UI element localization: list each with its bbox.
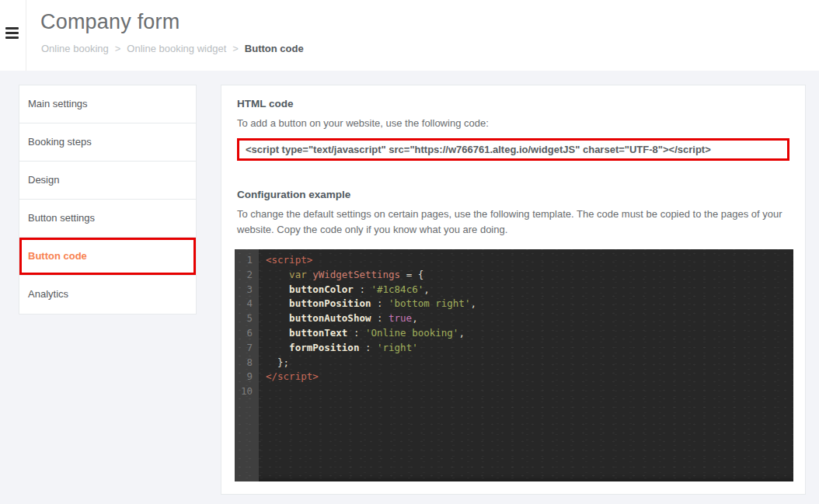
code-token: , — [412, 312, 418, 324]
breadcrumb-separator: > — [115, 43, 121, 54]
code-editor[interactable]: 12345678910 <script> var yWidgetSettings… — [235, 249, 793, 481]
code-token: , — [470, 297, 476, 309]
code-token: = { — [400, 269, 423, 280]
line-number: 9 — [235, 370, 253, 384]
code-token: var — [289, 269, 307, 280]
code-token: , — [423, 283, 430, 295]
code-token: buttonColor — [289, 283, 354, 295]
sidebar-item-main-settings[interactable]: Main settings — [19, 85, 196, 123]
code-token — [266, 269, 289, 280]
hamburger-menu-icon[interactable] — [5, 27, 19, 39]
code-token — [266, 312, 289, 324]
code-token: yWidgetSettings — [312, 269, 400, 280]
line-number: 3 — [235, 283, 253, 297]
code-token: 'bottom right' — [389, 297, 470, 309]
code-token: 'Online booking' — [365, 327, 458, 339]
line-number: 10 — [235, 384, 253, 399]
code-line: buttonColor : '#1c84c6', — [266, 283, 476, 297]
code-token: : — [354, 283, 371, 295]
code-token: true — [389, 312, 412, 324]
breadcrumb-separator: > — [232, 43, 239, 54]
code-token: buttonAutoShow — [289, 312, 371, 324]
line-number: 8 — [235, 356, 253, 370]
page-header: Company form Online booking>Online booki… — [0, 0, 819, 71]
configuration-description: To change the default settings on certai… — [237, 207, 789, 238]
code-token: : — [347, 327, 365, 339]
line-number: 1 — [235, 253, 253, 268]
code-token — [266, 342, 289, 353]
breadcrumb: Online booking>Online booking widget>But… — [41, 43, 304, 54]
sidebar-item-button-code[interactable]: Button code — [19, 238, 196, 276]
configuration-section: Configuration example To change the defa… — [237, 189, 789, 481]
code-token: buttonText — [289, 327, 347, 339]
html-code-snippet[interactable]: <script type="text/javascript" src="http… — [237, 138, 789, 161]
sidebar-item-button-settings[interactable]: Button settings — [19, 200, 196, 238]
code-line: </script> — [266, 370, 476, 384]
html-code-heading: HTML code — [237, 98, 789, 109]
sidebar-item-design[interactable]: Design — [19, 162, 196, 200]
code-line: buttonPosition : 'bottom right', — [266, 297, 476, 311]
breadcrumb-item-online-booking-widget[interactable]: Online booking widget — [127, 43, 226, 54]
editor-line-number-gutter: 12345678910 — [235, 249, 259, 481]
code-token: , — [458, 327, 465, 339]
code-token: 'right' — [377, 342, 418, 353]
sidebar-item-booking-steps[interactable]: Booking steps — [19, 123, 196, 162]
breadcrumb-item-online-booking[interactable]: Online booking — [41, 43, 109, 54]
code-token: </script> — [266, 370, 319, 382]
configuration-heading: Configuration example — [237, 189, 789, 200]
main-content-card: HTML code To add a button on your websit… — [221, 85, 806, 495]
code-line — [266, 384, 476, 399]
editor-code-area[interactable]: <script> var yWidgetSettings = { buttonC… — [259, 249, 476, 481]
code-line: }; — [266, 356, 476, 370]
breadcrumb-item-button-code: Button code — [245, 43, 304, 54]
code-line: var yWidgetSettings = { — [266, 268, 476, 283]
code-line: formPosition : 'right' — [266, 341, 476, 356]
menu-column — [0, 0, 26, 71]
code-token — [266, 297, 289, 309]
code-line: buttonAutoShow : true, — [266, 311, 476, 326]
line-number: 6 — [235, 326, 253, 341]
code-token: formPosition — [289, 342, 359, 353]
sidebar-item-analytics[interactable]: Analytics — [19, 276, 196, 314]
code-line: buttonText : 'Online booking', — [266, 326, 476, 341]
code-line: <script> — [266, 253, 476, 268]
code-token: <script> — [266, 254, 312, 266]
line-number: 4 — [235, 297, 253, 311]
code-token — [266, 327, 289, 339]
code-token: buttonPosition — [289, 297, 371, 309]
code-token: '#1c84c6' — [371, 283, 423, 295]
line-number: 7 — [235, 341, 253, 356]
code-token: : — [359, 342, 377, 353]
sidebar-menu: Main settingsBooking stepsDesignButton s… — [19, 85, 197, 315]
code-token: : — [371, 312, 389, 324]
line-number: 5 — [235, 311, 253, 326]
line-number: 2 — [235, 268, 253, 283]
code-token: : — [371, 297, 389, 309]
html-code-description: To add a button on your website, use the… — [237, 116, 789, 131]
code-token: }; — [266, 356, 289, 368]
page-title: Company form — [40, 10, 179, 34]
code-token — [266, 283, 289, 295]
